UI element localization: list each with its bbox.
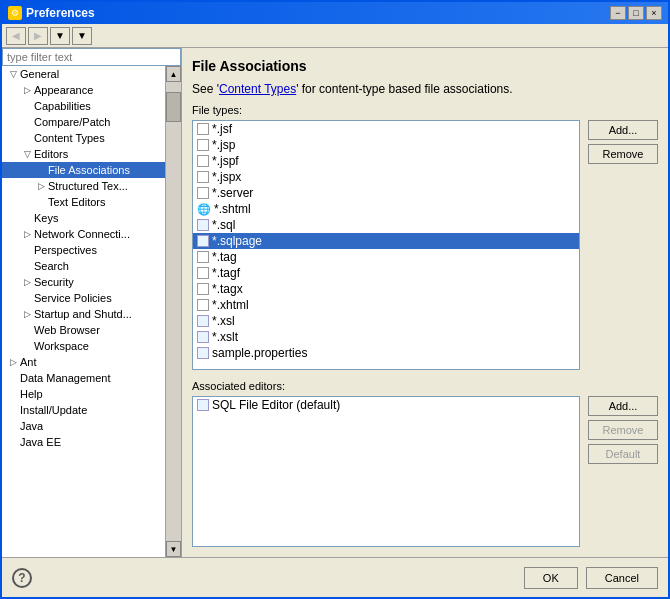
assoc-remove-button[interactable]: Remove [588, 420, 658, 440]
tree-label-install-update: Install/Update [20, 404, 87, 416]
file-img-icon [197, 315, 209, 327]
tree-item-text-editors[interactable]: Text Editors [2, 194, 165, 210]
expand-icon-search[interactable] [20, 259, 34, 273]
tree-item-appearance[interactable]: ▷Appearance [2, 82, 165, 98]
expand-icon-content-types[interactable] [20, 131, 34, 145]
assoc-editor-item[interactable]: SQL File Editor (default) [193, 397, 579, 413]
expand-icon-workspace[interactable] [20, 339, 34, 353]
ok-button[interactable]: OK [524, 567, 578, 589]
file-types-area: *.jsf*.jsp*.jspf*.jspx*.server🌐*.shtml*.… [192, 120, 658, 370]
help-button[interactable]: ? [12, 568, 32, 588]
file-type-name: *.xslt [212, 330, 238, 344]
expand-icon-network-conn[interactable]: ▷ [20, 227, 34, 241]
file-type-name: *.server [212, 186, 253, 200]
assoc-editors-list[interactable]: SQL File Editor (default) [192, 396, 580, 547]
file-type-name: *.jspf [212, 154, 239, 168]
expand-icon-keys[interactable] [20, 211, 34, 225]
file-type-item[interactable]: *.jspx [193, 169, 579, 185]
tree-item-structured-text[interactable]: ▷Structured Tex... [2, 178, 165, 194]
file-types-list[interactable]: *.jsf*.jsp*.jspf*.jspx*.server🌐*.shtml*.… [192, 120, 580, 370]
expand-icon-perspectives[interactable] [20, 243, 34, 257]
tree-label-data-management: Data Management [20, 372, 111, 384]
file-type-item[interactable]: 🌐*.shtml [193, 201, 579, 217]
expand-icon-install-update[interactable] [6, 403, 20, 417]
tree-item-help[interactable]: Help [2, 386, 165, 402]
file-type-item[interactable]: *.server [193, 185, 579, 201]
tree-item-search[interactable]: Search [2, 258, 165, 274]
file-type-item[interactable]: *.jsp [193, 137, 579, 153]
tree-item-capabilities[interactable]: Capabilities [2, 98, 165, 114]
file-types-remove-button[interactable]: Remove [588, 144, 658, 164]
file-type-item[interactable]: *.xhtml [193, 297, 579, 313]
expand-icon-file-associations[interactable] [34, 163, 48, 177]
file-icon [197, 155, 209, 167]
expand-icon-ant[interactable]: ▷ [6, 355, 20, 369]
tree-item-general[interactable]: ▽General [2, 66, 165, 82]
scroll-up-button[interactable]: ▲ [166, 66, 181, 82]
tree-item-workspace[interactable]: Workspace [2, 338, 165, 354]
expand-icon-java-ee[interactable] [6, 435, 20, 449]
expand-icon-service-policies[interactable] [20, 291, 34, 305]
nav-extra-button[interactable]: ▼ [72, 27, 92, 45]
assoc-default-button[interactable]: Default [588, 444, 658, 464]
expand-icon-startup[interactable]: ▷ [20, 307, 34, 321]
close-button[interactable]: × [646, 6, 662, 20]
expand-icon-data-management[interactable] [6, 371, 20, 385]
expand-icon-structured-text[interactable]: ▷ [34, 179, 48, 193]
assoc-add-button[interactable]: Add... [588, 396, 658, 416]
content-types-link[interactable]: Content Types [219, 82, 296, 96]
tree-item-perspectives[interactable]: Perspectives [2, 242, 165, 258]
file-type-item[interactable]: *.tagx [193, 281, 579, 297]
tree-item-java-ee[interactable]: Java EE [2, 434, 165, 450]
file-type-item[interactable]: *.xsl [193, 313, 579, 329]
tree-item-compare-patch[interactable]: Compare/Patch [2, 114, 165, 130]
file-type-item[interactable]: *.tagf [193, 265, 579, 281]
tree-item-ant[interactable]: ▷Ant [2, 354, 165, 370]
assoc-editors-label: Associated editors: [192, 380, 658, 392]
expand-icon-web-browser[interactable] [20, 323, 34, 337]
tree-item-data-management[interactable]: Data Management [2, 370, 165, 386]
expand-icon-general[interactable]: ▽ [6, 67, 20, 81]
expand-icon-security[interactable]: ▷ [20, 275, 34, 289]
tree-item-java[interactable]: Java [2, 418, 165, 434]
file-type-item[interactable]: *.jsf [193, 121, 579, 137]
tree-label-perspectives: Perspectives [34, 244, 97, 256]
file-icon [197, 267, 209, 279]
expand-icon-java[interactable] [6, 419, 20, 433]
filter-input[interactable] [2, 48, 181, 66]
tree-scrollbar[interactable]: ▲ ▼ [165, 66, 181, 557]
tree-item-security[interactable]: ▷Security [2, 274, 165, 290]
tree-item-install-update[interactable]: Install/Update [2, 402, 165, 418]
tree-item-service-policies[interactable]: Service Policies [2, 290, 165, 306]
expand-icon-help[interactable] [6, 387, 20, 401]
tree-label-content-types: Content Types [34, 132, 105, 144]
maximize-button[interactable]: □ [628, 6, 644, 20]
expand-icon-editors[interactable]: ▽ [20, 147, 34, 161]
expand-icon-compare-patch[interactable] [20, 115, 34, 129]
file-type-name: *.sqlpage [212, 234, 262, 248]
file-type-item[interactable]: *.jspf [193, 153, 579, 169]
tree-item-web-browser[interactable]: Web Browser [2, 322, 165, 338]
tree-item-file-associations[interactable]: File Associations [2, 162, 165, 178]
file-type-item[interactable]: *.sqlpage [193, 233, 579, 249]
tree-item-startup[interactable]: ▷Startup and Shutd... [2, 306, 165, 322]
file-type-item[interactable]: *.sql [193, 217, 579, 233]
tree-item-network-conn[interactable]: ▷Network Connecti... [2, 226, 165, 242]
minimize-button[interactable]: − [610, 6, 626, 20]
scroll-down-button[interactable]: ▼ [166, 541, 181, 557]
back-button[interactable]: ◀ [6, 27, 26, 45]
tree-label-workspace: Workspace [34, 340, 89, 352]
tree-item-editors[interactable]: ▽Editors [2, 146, 165, 162]
expand-icon-capabilities[interactable] [20, 99, 34, 113]
expand-icon-appearance[interactable]: ▷ [20, 83, 34, 97]
file-type-item[interactable]: sample.properties [193, 345, 579, 361]
cancel-button[interactable]: Cancel [586, 567, 658, 589]
tree-item-content-types[interactable]: Content Types [2, 130, 165, 146]
file-type-item[interactable]: *.tag [193, 249, 579, 265]
file-types-add-button[interactable]: Add... [588, 120, 658, 140]
nav-dropdown-button[interactable]: ▼ [50, 27, 70, 45]
forward-button[interactable]: ▶ [28, 27, 48, 45]
file-type-item[interactable]: *.xslt [193, 329, 579, 345]
expand-icon-text-editors[interactable] [34, 195, 48, 209]
tree-item-keys[interactable]: Keys [2, 210, 165, 226]
